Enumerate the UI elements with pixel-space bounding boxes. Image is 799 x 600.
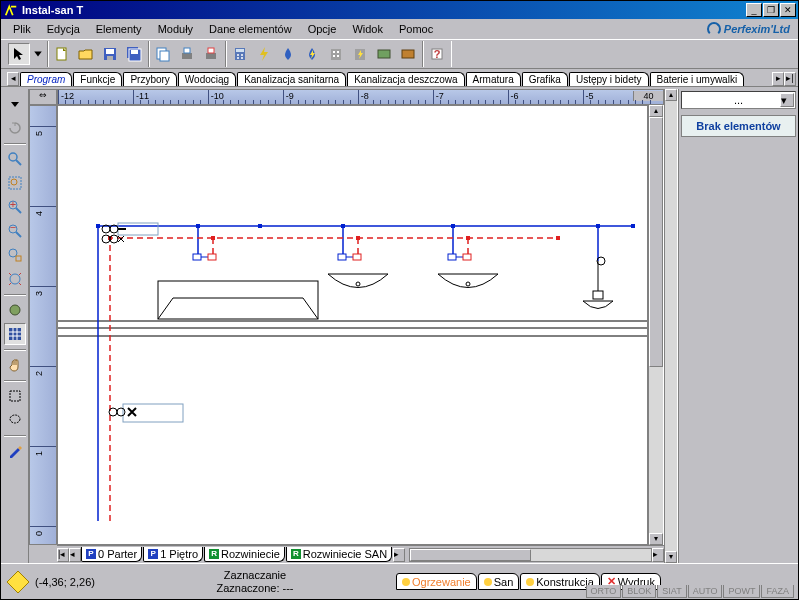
zoom-minus-button[interactable]: − bbox=[4, 220, 26, 242]
sheet-parter[interactable]: P0 Parter bbox=[81, 547, 142, 562]
view-mode-button[interactable] bbox=[4, 299, 26, 321]
new-button[interactable] bbox=[51, 43, 73, 65]
sheet-next[interactable]: ▸ bbox=[393, 548, 405, 562]
select-lasso-button[interactable] bbox=[4, 409, 26, 431]
mode-auto[interactable]: AUTO bbox=[688, 585, 723, 598]
left-toolbar: + − bbox=[1, 89, 29, 563]
svg-rect-10 bbox=[184, 48, 190, 53]
building-bolt-button[interactable] bbox=[349, 43, 371, 65]
sheet-first[interactable]: |◂ bbox=[57, 548, 69, 562]
svg-rect-59 bbox=[341, 224, 345, 228]
mode-powt[interactable]: POWT bbox=[723, 585, 760, 598]
svg-point-15 bbox=[237, 54, 239, 56]
svg-rect-82 bbox=[448, 254, 456, 260]
menu-plik[interactable]: Plik bbox=[5, 21, 39, 37]
sheet-pietro[interactable]: P1 Piętro bbox=[143, 547, 203, 562]
module-b-button[interactable] bbox=[397, 43, 419, 65]
water-bolt-button[interactable] bbox=[301, 43, 323, 65]
category-tabs: ◂ Program Funkcje Przybory Wodociąg Kana… bbox=[1, 69, 798, 87]
scroll-up-button[interactable]: ▴ bbox=[649, 105, 663, 117]
svg-point-17 bbox=[237, 57, 239, 59]
scroll-down-button[interactable]: ▾ bbox=[649, 533, 663, 545]
sheet-prev[interactable]: ◂ bbox=[69, 548, 81, 562]
maximize-button[interactable]: ❐ bbox=[763, 3, 779, 17]
water-button[interactable] bbox=[277, 43, 299, 65]
print-button[interactable] bbox=[176, 43, 198, 65]
chevron-down-icon[interactable]: ▾ bbox=[780, 93, 794, 107]
element-type-combo[interactable]: ...▾ bbox=[681, 91, 796, 109]
sheet-rozw-san[interactable]: RRozwiniecie SAN bbox=[286, 547, 392, 562]
zoom-plus-button[interactable]: + bbox=[4, 196, 26, 218]
bolt-button[interactable] bbox=[253, 43, 275, 65]
svg-rect-40 bbox=[16, 256, 21, 261]
copy-button[interactable] bbox=[152, 43, 174, 65]
help-button[interactable]: ? bbox=[426, 43, 448, 65]
tab-funkcje[interactable]: Funkcje bbox=[73, 72, 122, 86]
drawing-canvas[interactable] bbox=[57, 105, 648, 545]
tab-program[interactable]: Program bbox=[20, 72, 72, 86]
tab-scroll-end[interactable]: ▸| bbox=[784, 72, 796, 86]
building-button[interactable] bbox=[325, 43, 347, 65]
svg-rect-78 bbox=[193, 254, 201, 260]
select-rect-button[interactable] bbox=[4, 385, 26, 407]
tab-armatura[interactable]: Armatura bbox=[466, 72, 521, 86]
svg-line-30 bbox=[16, 160, 21, 165]
ruler-toggle[interactable]: ⇔ bbox=[29, 89, 57, 105]
menu-edycja[interactable]: Edycja bbox=[39, 21, 88, 37]
tab-scroll-right[interactable]: ▸ bbox=[772, 72, 784, 86]
zoom-button[interactable] bbox=[4, 148, 26, 170]
svg-rect-8 bbox=[160, 51, 169, 61]
mode-siat[interactable]: SIAT bbox=[657, 585, 686, 598]
module-a-button[interactable] bbox=[373, 43, 395, 65]
vertical-scrollbar[interactable]: ▴ ▾ bbox=[648, 105, 664, 545]
layer-san[interactable]: San bbox=[478, 573, 520, 590]
zoom-fit-button[interactable] bbox=[4, 244, 26, 266]
pointer-tool[interactable] bbox=[8, 43, 30, 65]
tab-wodociag[interactable]: Wodociąg bbox=[178, 72, 236, 86]
svg-rect-60 bbox=[451, 224, 455, 228]
layer-ogrzewanie[interactable]: Ogrzewanie bbox=[396, 573, 477, 590]
svg-rect-25 bbox=[378, 50, 390, 58]
print-preview-button[interactable] bbox=[200, 43, 222, 65]
open-button[interactable] bbox=[75, 43, 97, 65]
menu-elementy[interactable]: Elementy bbox=[88, 21, 150, 37]
tab-grafika[interactable]: Grafika bbox=[522, 72, 568, 86]
vertical-ruler: 543210 bbox=[29, 105, 57, 545]
calc-button[interactable] bbox=[229, 43, 251, 65]
grid-button[interactable] bbox=[4, 323, 26, 345]
menu-pomoc[interactable]: Pomoc bbox=[391, 21, 441, 37]
svg-point-73 bbox=[466, 282, 470, 286]
svg-point-42 bbox=[10, 305, 20, 315]
zoom-window-button[interactable] bbox=[4, 172, 26, 194]
save-button[interactable] bbox=[99, 43, 121, 65]
properties-panel: ...▾ Brak elementów bbox=[678, 89, 798, 563]
sheet-last[interactable]: ▸ bbox=[652, 548, 664, 562]
tab-scroll-left[interactable]: ◂ bbox=[7, 72, 19, 86]
menu-dane[interactable]: Dane elementów bbox=[201, 21, 300, 37]
menu-widok[interactable]: Widok bbox=[344, 21, 391, 37]
tab-kan-san[interactable]: Kanalizacja sanitarna bbox=[237, 72, 346, 86]
tab-baterie[interactable]: Baterie i umywalki bbox=[650, 72, 745, 86]
panel-splitter[interactable]: ▴▾ bbox=[664, 89, 678, 563]
mode-orto[interactable]: ORTO bbox=[586, 585, 622, 598]
horizontal-scrollbar[interactable] bbox=[409, 548, 652, 562]
pan-button[interactable] bbox=[4, 354, 26, 376]
mode-blok[interactable]: BLOK bbox=[622, 585, 656, 598]
tab-przybory[interactable]: Przybory bbox=[123, 72, 176, 86]
sheet-rozw[interactable]: RRozwiniecie bbox=[204, 547, 285, 562]
pencil-button[interactable] bbox=[4, 440, 26, 462]
close-button[interactable]: ✕ bbox=[780, 3, 796, 17]
save-all-button[interactable] bbox=[123, 43, 145, 65]
svg-point-41 bbox=[10, 274, 20, 284]
menu-moduly[interactable]: Moduły bbox=[150, 21, 201, 37]
expand-icon[interactable] bbox=[4, 93, 26, 115]
tab-ustepy[interactable]: Ustępy i bidety bbox=[569, 72, 649, 86]
minimize-button[interactable]: _ bbox=[746, 3, 762, 17]
tab-kan-desz[interactable]: Kanalizacja deszczowa bbox=[347, 72, 464, 86]
refresh-icon[interactable] bbox=[4, 117, 26, 139]
menu-opcje[interactable]: Opcje bbox=[300, 21, 345, 37]
dropdown-toggle[interactable] bbox=[32, 43, 44, 65]
titlebar: Instal-san T _ ❐ ✕ bbox=[1, 1, 798, 19]
zoom-all-button[interactable] bbox=[4, 268, 26, 290]
mode-faza[interactable]: FAZA bbox=[761, 585, 794, 598]
